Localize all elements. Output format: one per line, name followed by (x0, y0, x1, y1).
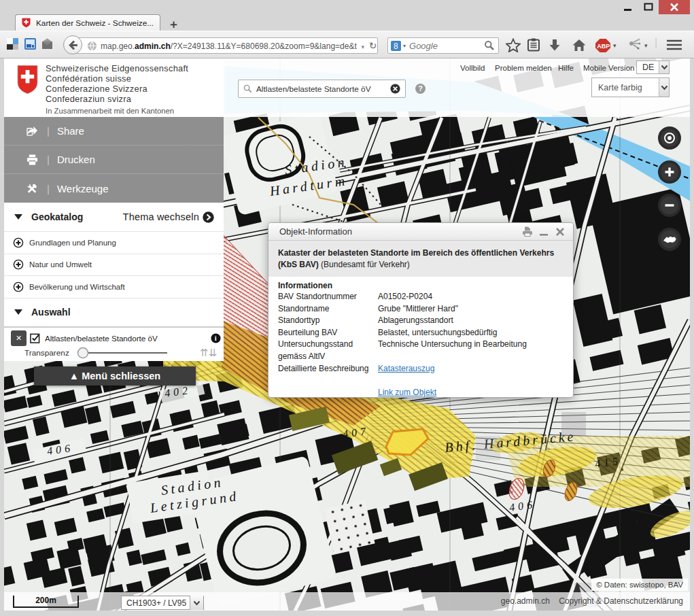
svg-text:8: 8 (394, 41, 398, 51)
svg-text:i: i (215, 335, 217, 342)
svg-text:ABP: ABP (597, 43, 610, 50)
